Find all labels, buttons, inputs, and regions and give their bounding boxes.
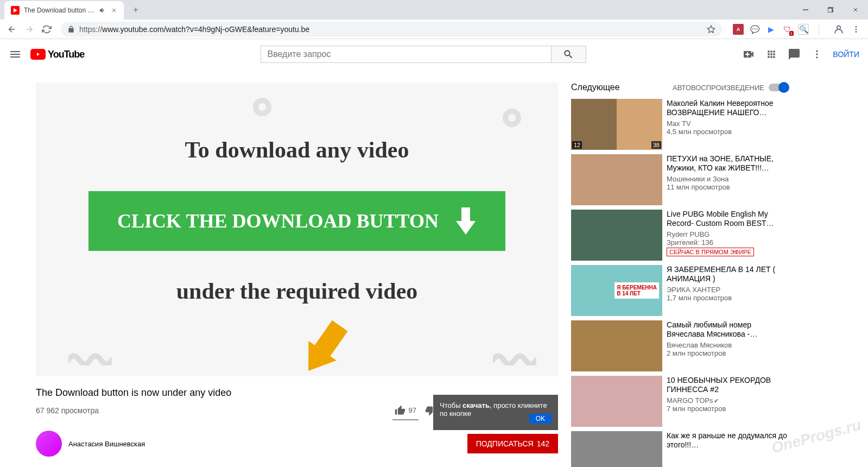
video-player[interactable]: To download any video CLICK THE DOWNLOAD… [36,83,558,376]
settings-menu-icon[interactable] [812,49,822,60]
recommendation-views: Зрителей: 136 [667,238,788,247]
zoom-ext-icon[interactable]: 🔍 [798,24,809,35]
recommendation-title: ПЕТУХИ на ЗОНЕ, БЛАТНЫЕ, Мужики, КТО как… [667,154,788,173]
create-video-icon[interactable] [742,48,755,61]
pdf-ext-icon[interactable]: A [733,24,744,35]
tab-title: The Download button is now [24,7,94,14]
extension-icons: A 💬 ▶ 🛡1 🔍 [728,24,813,35]
search-box [261,46,586,63]
window-controls [793,0,868,20]
new-tab-button[interactable] [128,2,143,17]
download-tooltip: Чтобы скачать, просто кликните по кнопке… [433,395,558,430]
recommendation-views: 1,7 млн просмотров [667,294,788,302]
address-row: https://www.youtube.com/watch?v=4h9gNj-o… [0,20,868,39]
minimize-button[interactable] [793,0,818,20]
svg-point-1 [837,26,841,29]
lock-icon [67,26,75,33]
upnext-title: Следующее [571,83,620,92]
recommendation-views: 4,5 млн просмотров [667,128,788,136]
video-text-2: under the required video [176,278,418,304]
recommendation-channel: Вячеслав Мясников [667,341,788,349]
live-badge: СЕЙЧАС В ПРЯМОМ ЭФИРЕ [667,248,754,256]
recommendation-item[interactable]: Live PUBG Mobile English My Record- Cust… [571,210,788,261]
content-area: To download any video CLICK THE DOWNLOAD… [0,70,868,467]
close-tab-icon[interactable] [111,7,117,14]
svg-point-7 [816,56,818,58]
recommendation-thumbnail [571,431,662,467]
recommendation-item[interactable]: ПЕТУХИ на ЗОНЕ, БЛАТНЫЕ, Мужики, КТО как… [571,154,788,205]
search-input[interactable] [261,46,551,63]
recommendation-thumbnail [571,320,662,371]
play-ext-icon[interactable]: ▶ [765,24,776,35]
recommendation-info: Как же я раньше не додумался до этого!!!… [667,431,788,467]
recommendation-title: Live PUBG Mobile English My Record- Cust… [667,210,788,228]
svg-point-6 [816,53,818,55]
svg-rect-0 [828,8,832,12]
svg-point-5 [816,51,818,52]
recommendation-info: 10 НЕОБЫЧНЫХ РЕКОРДОВ ГИННЕССА #2 MARGO … [667,376,788,427]
youtube-logo-icon [30,49,46,60]
recommendation-item[interactable]: Я БЕРЕМЕННА В 14 ЛЕТ Я ЗАБЕРЕМЕНЕЛА В 14… [571,265,788,316]
tooltip-ok-button[interactable]: OK [529,414,552,424]
recommendation-list: 1238 Маколей Калкин Невероятное ВОЗВРАЩЕ… [571,99,788,467]
youtube-logo[interactable]: YouTube [30,49,84,60]
address-bar[interactable]: https://www.youtube.com/watch?v=4h9gNj-o… [61,22,722,37]
recommendation-item[interactable]: Самый любимый номер Вячеслава Мясникова … [571,320,788,371]
messages-icon[interactable] [788,48,801,61]
browser-chrome: The Download button is now https://www.y… [0,0,868,39]
forward-button[interactable] [22,22,37,37]
video-text-1: To download any video [185,137,409,163]
chat-ext-icon[interactable]: 💬 [749,24,760,35]
recommendation-views: 7 млн просмотров [667,405,788,413]
recommendation-info: Маколей Калкин Невероятное ВОЗВРАЩЕНИЕ Н… [667,99,788,150]
shield-ext-icon[interactable]: 🛡1 [782,24,793,35]
upnext-row: Следующее АВТОВОСПРОИЗВЕДЕНИЕ [571,83,788,92]
like-button[interactable]: 97 [392,405,419,420]
recommendation-info: ПЕТУХИ на ЗОНЕ, БЛАТНЫЕ, Мужики, КТО как… [667,154,788,205]
hamburger-menu-button[interactable] [9,48,22,61]
recommendation-thumbnail [571,210,662,261]
audio-icon[interactable] [99,7,106,14]
recommendation-thumbnail [571,154,662,205]
verified-icon: ✔ [714,397,719,404]
youtube-logo-text: YouTube [48,49,84,60]
browser-menu-button[interactable] [848,22,864,37]
window-close-button[interactable] [843,0,868,20]
recommendation-info: Я ЗАБЕРЕМЕНЕЛА В 14 ЛЕТ ( АНИМАЦИЯ ) ЭРИ… [667,265,788,316]
recommendation-thumbnail: 1238 [571,99,662,150]
recommendation-item[interactable]: Как же я раньше не додумался до этого!!!… [571,431,788,467]
recommendation-title: 10 НЕОБЫЧНЫХ РЕКОРДОВ ГИННЕССА #2 [667,376,788,394]
main-column: To download any video CLICK THE DOWNLOAD… [36,83,558,467]
bookmark-icon[interactable] [707,25,715,34]
video-meta-row: 67 962 просмотра 97 35 Скачать 720 [36,403,558,422]
channel-avatar[interactable] [36,431,62,457]
annotation-arrow [269,311,383,376]
youtube-header: YouTube ВОЙТИ [0,39,868,70]
apps-icon[interactable] [766,49,777,60]
browser-tab[interactable]: The Download button is now [4,1,124,20]
subscribe-button[interactable]: ПОДПИСАТЬСЯ142 [467,434,558,453]
svg-point-2 [856,26,857,28]
autoplay-toggle[interactable] [769,84,788,91]
tabs-row: The Download button is now [0,0,868,20]
search-button[interactable] [551,46,586,63]
recommendation-channel: Мошенники и Зона [667,175,788,183]
recommendation-info: Самый любимый номер Вячеслава Мясникова … [667,320,788,371]
login-button[interactable]: ВОЙТИ [833,50,859,59]
recommendation-views: 11 млн просмотров [667,183,788,191]
channel-row: Анастасия Вишневская ПОДПИСАТЬСЯ142 [36,431,558,457]
recommendation-item[interactable]: 10 НЕОБЫЧНЫХ РЕКОРДОВ ГИННЕССА #2 MARGO … [571,376,788,427]
channel-name[interactable]: Анастасия Вишневская [68,440,145,448]
back-button[interactable] [4,22,20,37]
recommendation-channel: Ryderr PUBG [667,230,788,238]
youtube-favicon [11,6,20,15]
maximize-button[interactable] [818,0,843,20]
profile-button[interactable] [831,22,846,37]
recommendation-info: Live PUBG Mobile English My Record- Cust… [667,210,788,261]
recommendation-title: Самый любимый номер Вячеслава Мясникова … [667,320,788,339]
svg-point-3 [856,28,857,30]
reload-button[interactable] [39,22,54,37]
recommendation-title: Как же я раньше не додумался до этого!!!… [667,431,788,450]
recommendation-thumbnail [571,376,662,427]
recommendation-item[interactable]: 1238 Маколей Калкин Невероятное ВОЗВРАЩЕ… [571,99,788,150]
